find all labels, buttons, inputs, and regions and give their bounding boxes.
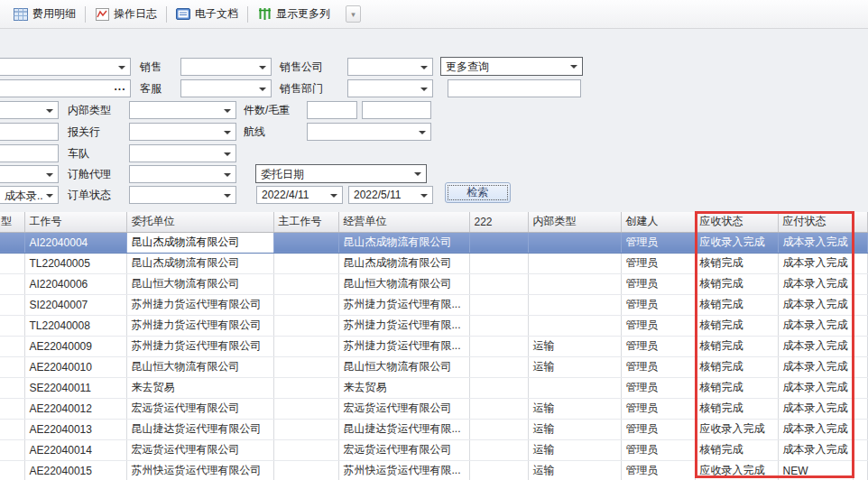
cell[interactable]: [273, 336, 338, 356]
cell[interactable]: 管理员: [621, 356, 695, 377]
table-row[interactable]: SE22040011来去贸易来去贸易管理员核销完成成本录入完成: [0, 377, 868, 398]
cell[interactable]: 成本录入完成: [778, 398, 853, 419]
cell[interactable]: [273, 460, 338, 480]
table-row[interactable]: AE22040015苏州快运货运代理有限公司苏州快运货运代理有限...运输管理员…: [0, 460, 868, 480]
cell[interactable]: [0, 336, 24, 356]
cell[interactable]: 管理员: [621, 336, 695, 356]
cell[interactable]: 成本录入完成: [778, 439, 853, 460]
cell[interactable]: AE22040009: [24, 336, 126, 356]
cell[interactable]: 管理员: [621, 273, 695, 294]
cell[interactable]: [273, 294, 338, 315]
lookup-ellipsis-button[interactable]: ...: [113, 80, 127, 97]
cell[interactable]: [273, 356, 338, 377]
free-text-input[interactable]: [448, 79, 581, 97]
cell[interactable]: 成本录入完成: [778, 253, 853, 273]
cell[interactable]: [853, 315, 868, 336]
client-filter-combo[interactable]: [0, 58, 131, 76]
column-header[interactable]: 222: [469, 212, 528, 232]
cell[interactable]: 昆山恒大物流有限公司: [338, 273, 469, 294]
cell[interactable]: 管理员: [621, 460, 695, 480]
pieces-input[interactable]: [307, 101, 357, 119]
cell[interactable]: 运输: [528, 336, 621, 356]
cell[interactable]: 宏远货运代理有限公司: [338, 398, 469, 419]
table-row[interactable]: AE22040009苏州捷力货运代理有限公司苏州捷力货运代理有限...运输管理员…: [0, 336, 868, 356]
cell[interactable]: [469, 398, 528, 419]
date-to-combo[interactable]: 2022/5/11: [348, 186, 433, 204]
cell[interactable]: [853, 273, 868, 294]
cell[interactable]: [853, 460, 868, 480]
cell[interactable]: 昆山捷达货运代理有限公司: [126, 419, 273, 439]
cell[interactable]: 来去贸易: [338, 377, 469, 398]
cell[interactable]: 成本录入完成: [778, 315, 853, 336]
order-status-combo[interactable]: [129, 186, 236, 204]
cell[interactable]: AE22040013: [24, 419, 126, 439]
cell[interactable]: SI22040007: [24, 294, 126, 315]
table-row[interactable]: TL22040005昆山杰成物流有限公司昆山杰成物流有限公司管理员核销完成成本录…: [0, 253, 868, 273]
table-row[interactable]: AI22040004昆山杰成物流有限公司昆山杰成物流有限公司管理员应收录入完成成…: [0, 232, 868, 253]
cell[interactable]: 核销完成: [695, 398, 778, 419]
cell[interactable]: 宏远货运代理有限公司: [126, 439, 273, 460]
cell[interactable]: 核销完成: [695, 356, 778, 377]
cell[interactable]: 核销完成: [695, 377, 778, 398]
cell[interactable]: [469, 356, 528, 377]
cell[interactable]: 昆山捷达货运代理有限...: [338, 419, 469, 439]
cell[interactable]: 管理员: [621, 439, 695, 460]
booking-agent-combo[interactable]: [129, 165, 236, 183]
cell[interactable]: 成本录入完成: [778, 356, 853, 377]
column-header[interactable]: [853, 212, 868, 232]
cell[interactable]: [0, 398, 24, 419]
cell[interactable]: [528, 294, 621, 315]
cell[interactable]: 管理员: [621, 294, 695, 315]
cell[interactable]: [0, 315, 24, 336]
cell[interactable]: 应收录入完成: [695, 232, 778, 253]
cell[interactable]: 核销完成: [695, 294, 778, 315]
date-from-combo[interactable]: 2022/4/11: [256, 186, 343, 204]
cell[interactable]: [0, 294, 24, 315]
cell[interactable]: 管理员: [621, 398, 695, 419]
left-filter-combo-3[interactable]: [0, 101, 59, 119]
sales-combo[interactable]: [180, 58, 272, 76]
cell[interactable]: 管理员: [621, 377, 695, 398]
cell[interactable]: [853, 419, 868, 439]
cell[interactable]: 核销完成: [695, 253, 778, 273]
cell[interactable]: [469, 419, 528, 439]
cell[interactable]: 昆山杰成物流有限公司: [338, 232, 469, 253]
cell[interactable]: AE22040014: [24, 439, 126, 460]
cell[interactable]: [469, 315, 528, 336]
cell[interactable]: [528, 232, 621, 253]
cell[interactable]: [528, 253, 621, 273]
cell[interactable]: 成本录入完成: [778, 232, 853, 253]
cell[interactable]: 苏州捷力货运代理有限...: [338, 294, 469, 315]
cell[interactable]: 昆山恒大物流有限公司: [126, 356, 273, 377]
cell[interactable]: AI22040004: [24, 232, 126, 253]
cell[interactable]: [0, 232, 24, 253]
cell[interactable]: 核销完成: [695, 273, 778, 294]
cell[interactable]: [469, 294, 528, 315]
cell[interactable]: [469, 273, 528, 294]
column-header[interactable]: 经营单位: [338, 212, 469, 232]
cell[interactable]: [0, 460, 24, 480]
customer-service-combo[interactable]: [180, 79, 272, 97]
cost-status-combo[interactable]: 成本录...: [0, 186, 59, 204]
cell[interactable]: 核销完成: [695, 439, 778, 460]
column-header[interactable]: 工作号: [24, 212, 126, 232]
cell[interactable]: [853, 377, 868, 398]
sales-company-combo[interactable]: [347, 58, 433, 76]
cell[interactable]: [528, 273, 621, 294]
internal-type-combo[interactable]: [129, 101, 236, 119]
cell[interactable]: AE22040010: [24, 356, 126, 377]
cell[interactable]: [853, 398, 868, 419]
cell[interactable]: 管理员: [621, 232, 695, 253]
cell[interactable]: 成本录入完成: [778, 336, 853, 356]
cell[interactable]: [273, 377, 338, 398]
cell[interactable]: [853, 294, 868, 315]
cell[interactable]: 成本录入完成: [778, 377, 853, 398]
cell[interactable]: 运输: [528, 439, 621, 460]
column-header[interactable]: 型: [0, 212, 24, 232]
cell[interactable]: 成本录入完成: [778, 419, 853, 439]
table-row[interactable]: SI22040007苏州捷力货运代理有限公司苏州捷力货运代理有限...管理员核销…: [0, 294, 868, 315]
cell[interactable]: 苏州捷力货运代理有限公司: [126, 294, 273, 315]
cell[interactable]: [273, 439, 338, 460]
cell[interactable]: [0, 253, 24, 273]
cell[interactable]: 苏州捷力货运代理有限公司: [126, 336, 273, 356]
